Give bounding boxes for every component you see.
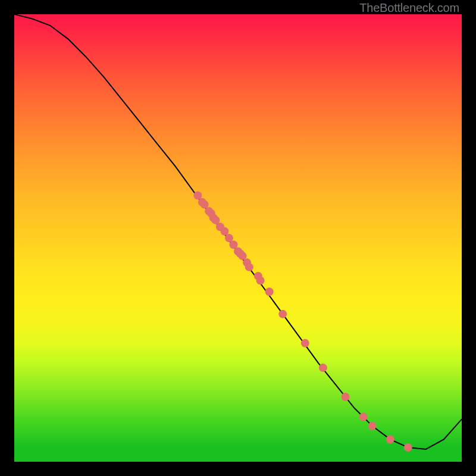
data-point: [359, 413, 368, 421]
scatter-points: [193, 192, 412, 452]
data-point: [404, 443, 412, 452]
chart-svg: [14, 14, 462, 462]
data-point: [301, 339, 309, 347]
data-point: [386, 435, 394, 443]
data-point: [368, 422, 377, 430]
attribution-text: TheBottleneck.com: [359, 1, 459, 15]
data-point: [319, 364, 327, 372]
data-point: [278, 310, 287, 318]
plot-area: [14, 14, 462, 462]
data-point: [341, 393, 349, 401]
bottleneck-curve: [14, 14, 462, 449]
data-point: [265, 287, 274, 296]
data-point: [245, 263, 253, 271]
data-point: [256, 276, 265, 284]
